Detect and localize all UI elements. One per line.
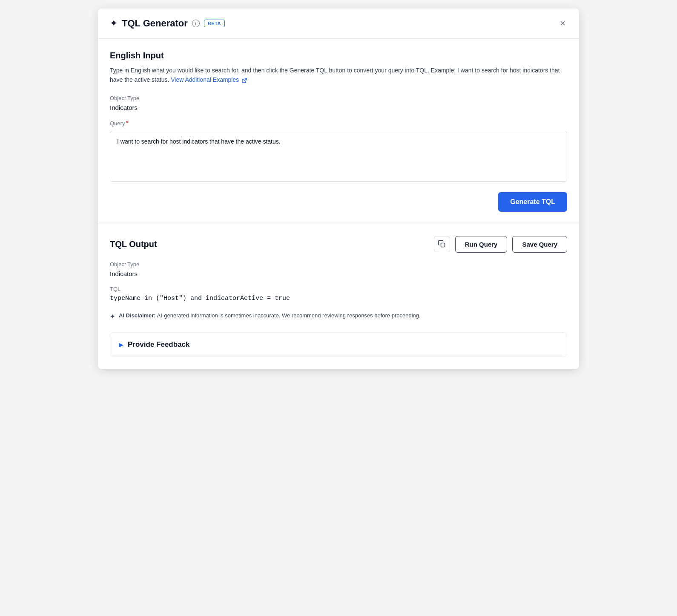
sparkle-icon: ✦	[110, 18, 118, 29]
svg-rect-0	[441, 243, 445, 247]
section-divider	[98, 224, 579, 224]
required-star: *	[126, 120, 128, 127]
output-actions: Run Query Save Query	[434, 236, 567, 253]
feedback-title: Provide Feedback	[128, 340, 190, 349]
ai-sparkle-icon: ✦	[110, 313, 115, 320]
tql-label: TQL	[110, 286, 567, 292]
modal-header: ✦ TQL Generator i BETA ×	[98, 9, 579, 39]
object-type-value-output: Indicators	[110, 270, 567, 277]
description-text: Type in English what you would like to s…	[110, 66, 567, 85]
object-type-label-input: Object Type	[110, 95, 567, 101]
tql-output-section: TQL Output Run Query Save Query Object T…	[98, 236, 579, 322]
output-header: TQL Output Run Query Save Query	[110, 236, 567, 253]
info-icon[interactable]: i	[192, 20, 200, 27]
feedback-section: ▶ Provide Feedback	[110, 332, 567, 357]
copy-icon	[438, 240, 446, 248]
query-label: Query	[110, 120, 125, 127]
beta-badge: BETA	[204, 20, 225, 27]
view-examples-link[interactable]: View Additional Examples	[171, 76, 247, 83]
tql-generator-modal: ✦ TQL Generator i BETA × English Input T…	[98, 9, 579, 369]
external-link-icon	[242, 78, 247, 83]
close-button[interactable]: ×	[558, 17, 567, 30]
save-query-button[interactable]: Save Query	[512, 236, 567, 253]
ai-disclaimer-text: AI-generated information is sometimes in…	[157, 312, 421, 319]
run-query-button[interactable]: Run Query	[455, 236, 508, 253]
ai-disclaimer: ✦ AI Disclaimer: AI-generated informatio…	[110, 311, 567, 322]
query-textarea[interactable]: I want to search for host indicators tha…	[110, 131, 567, 182]
feedback-header[interactable]: ▶ Provide Feedback	[110, 333, 567, 357]
tql-value: typeName in ("Host") and indicatorActive…	[110, 295, 567, 302]
modal-title: TQL Generator	[122, 18, 188, 29]
ai-disclaimer-bold: AI Disclaimer:	[119, 312, 156, 319]
english-input-section: English Input Type in English what you w…	[98, 39, 579, 224]
object-type-value-input: Indicators	[110, 104, 567, 111]
generate-tql-button[interactable]: Generate TQL	[498, 192, 567, 212]
feedback-chevron-icon: ▶	[119, 341, 123, 348]
english-input-title: English Input	[110, 51, 567, 60]
tql-output-title: TQL Output	[110, 239, 157, 249]
generate-row: Generate TQL	[110, 184, 567, 224]
header-left: ✦ TQL Generator i BETA	[110, 18, 225, 29]
object-type-label-output: Object Type	[110, 261, 567, 268]
query-label-row: Query *	[110, 120, 567, 127]
copy-button[interactable]	[434, 236, 450, 252]
